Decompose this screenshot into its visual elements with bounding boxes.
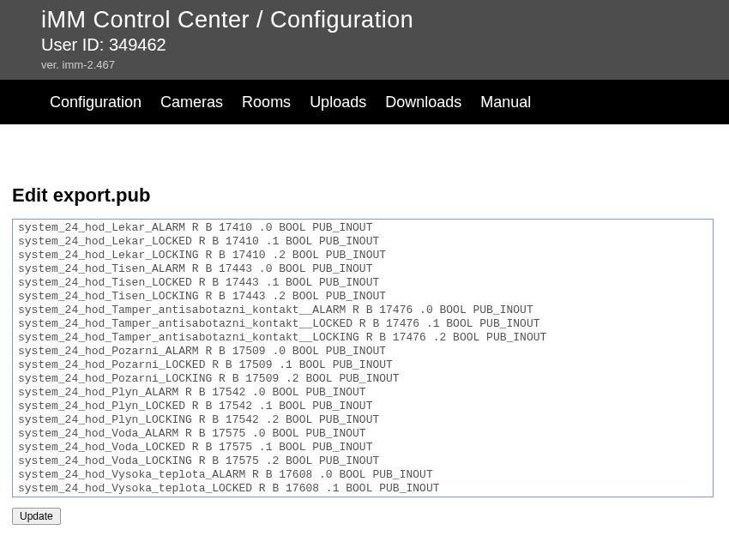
header: iMM Control Center / Configuration User … — [0, 0, 729, 80]
nav-cameras[interactable]: Cameras — [160, 93, 223, 111]
export-pub-editor[interactable]: system_24_hod_Lekar_ALARM R B 17410 .0 B… — [12, 219, 714, 497]
nav-manual[interactable]: Manual — [480, 93, 531, 111]
update-button[interactable]: Update — [12, 508, 61, 525]
header-user-id: User ID: 349462 — [41, 35, 729, 55]
page-heading: Edit export.pub — [12, 184, 717, 207]
nav-uploads[interactable]: Uploads — [310, 93, 366, 111]
header-version: ver. imm-2.467 — [41, 58, 729, 71]
main-nav: Configuration Cameras Rooms Uploads Down… — [0, 80, 729, 124]
nav-downloads[interactable]: Downloads — [385, 93, 461, 111]
nav-rooms[interactable]: Rooms — [242, 93, 291, 111]
header-title: iMM Control Center / Configuration — [41, 7, 729, 33]
content-area: Edit export.pub system_24_hod_Lekar_ALAR… — [0, 124, 729, 542]
nav-configuration[interactable]: Configuration — [50, 93, 142, 111]
